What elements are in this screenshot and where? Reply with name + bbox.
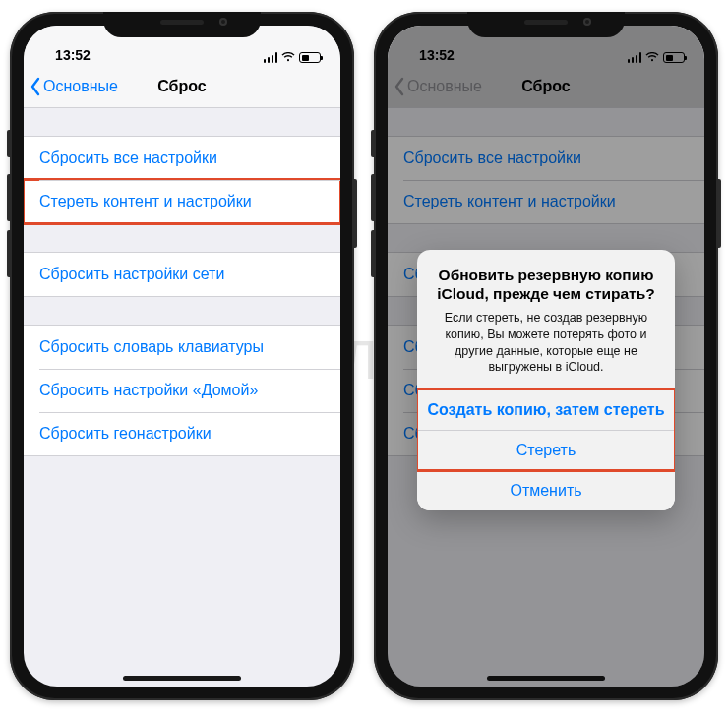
back-label: Основные — [43, 78, 118, 95]
notch — [103, 12, 261, 37]
cellular-icon — [264, 52, 278, 63]
battery-icon — [299, 52, 321, 63]
wifi-icon — [281, 52, 295, 63]
screen-right: 13:52 Основные Сброс Сбросить — [388, 26, 704, 687]
alert-erase-button[interactable]: Стереть — [417, 430, 675, 470]
alert-cancel-button[interactable]: Отменить — [417, 470, 675, 510]
nav-bar: Основные Сброс — [24, 65, 340, 108]
row-reset-network[interactable]: Сбросить настройки сети — [24, 253, 340, 296]
comparison-stage: 13:52 Основные Сброс Сбросить — [0, 0, 728, 712]
row-reset-home-layout[interactable]: Сбросить настройки «Домой» — [24, 369, 340, 412]
row-erase-content-settings[interactable]: Стереть контент и настройки — [24, 180, 340, 223]
settings-list: Сбросить все настройки Стереть контент и… — [24, 108, 340, 456]
row-reset-all-settings[interactable]: Сбросить все настройки — [24, 137, 340, 180]
home-indicator[interactable] — [487, 676, 605, 681]
row-reset-location[interactable]: Сбросить геонастройки — [24, 412, 340, 455]
alert-title: Обновить резервную копию iCloud, прежде … — [431, 266, 661, 304]
alert-message: Если стереть, не создав резервную копию,… — [431, 310, 661, 377]
notch — [467, 12, 625, 37]
back-button[interactable]: Основные — [24, 77, 118, 96]
screen-left: 13:52 Основные Сброс Сбросить — [24, 26, 340, 687]
status-time: 13:52 — [43, 47, 102, 63]
chevron-left-icon — [30, 77, 41, 96]
phone-frame-right: 13:52 Основные Сброс Сбросить — [374, 12, 718, 700]
home-indicator[interactable] — [123, 676, 241, 681]
alert-highlighted-actions: Создать копию, затем стереть Стереть — [417, 389, 675, 470]
phone-frame-left: 13:52 Основные Сброс Сбросить — [10, 12, 354, 700]
row-reset-keyboard-dict[interactable]: Сбросить словарь клавиатуры — [24, 326, 340, 369]
alert-backup-then-erase-button[interactable]: Создать копию, затем стереть — [417, 389, 675, 430]
alert-dialog: Обновить резервную копию iCloud, прежде … — [417, 250, 675, 510]
